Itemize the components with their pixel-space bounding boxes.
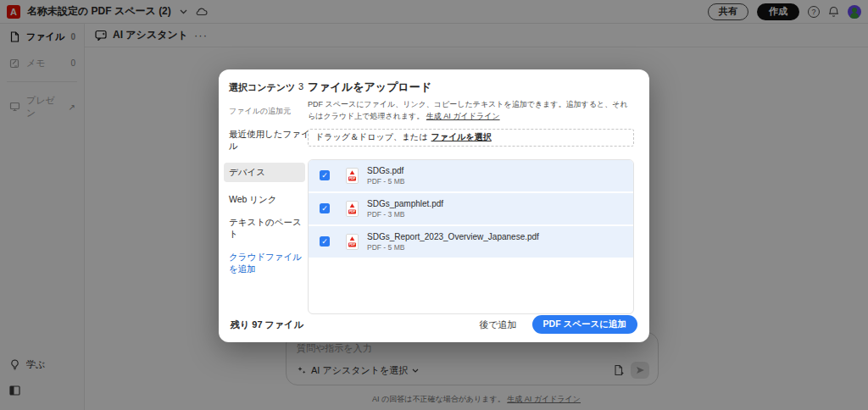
svg-text:PDF: PDF	[349, 210, 356, 213]
file-row[interactable]: ✓ PDF SDGs.pdf PDF - 5 MB	[309, 160, 633, 191]
file-list: ✓ PDF SDGs.pdf PDF - 5 MB ✓ PDF SDGs_pam…	[308, 159, 634, 314]
nav-add-cloud-files[interactable]: クラウドファイルを追加	[229, 251, 310, 274]
selected-content-label: 選択コンテンツ	[229, 81, 295, 94]
file-meta: PDF - 5 MB	[367, 243, 539, 252]
file-checkbox[interactable]: ✓	[320, 170, 330, 180]
pdf-file-icon: PDF	[346, 234, 359, 250]
file-meta: PDF - 5 MB	[367, 177, 404, 186]
file-name: SDGs_pamphlet.pdf	[367, 198, 443, 210]
file-name: SDGs_Report_2023_Overview_Japanese.pdf	[367, 231, 539, 243]
pdf-file-icon: PDF	[346, 201, 359, 217]
modal-description: PDF スペースにファイル、リンク、コピーしたテキストを追加できます。追加すると…	[308, 99, 634, 123]
modal-title: ファイルをアップロード	[308, 80, 634, 95]
remaining-files-label: 残り 97 ファイル	[231, 319, 303, 331]
nav-recent-files[interactable]: 最近使用したファイル	[229, 128, 310, 152]
file-checkbox[interactable]: ✓	[320, 203, 330, 213]
dropzone[interactable]: ドラッグ＆ドロップ、または ファイルを選択	[308, 129, 634, 147]
add-source-label: ファイルの追加元	[229, 106, 310, 117]
modal-footer: 残り 97 ファイル 後で追加 PDF スペースに追加	[219, 307, 649, 342]
pdf-file-icon: PDF	[346, 168, 359, 184]
genai-guidelines-link[interactable]: 生成 AI ガイドライン	[426, 112, 500, 120]
nav-device[interactable]: デバイス	[224, 163, 305, 181]
file-row[interactable]: ✓ PDF SDGs_Report_2023_Overview_Japanese…	[309, 226, 633, 258]
svg-text:PDF: PDF	[349, 243, 356, 247]
nav-paste-text[interactable]: テキストのペースト	[229, 216, 310, 240]
file-name: SDGs.pdf	[367, 165, 404, 177]
file-checkbox[interactable]: ✓	[320, 236, 330, 247]
svg-text:PDF: PDF	[349, 177, 356, 180]
select-files-link[interactable]: ファイルを選択	[431, 131, 492, 143]
upload-files-modal: 選択コンテンツ 3 ファイルの追加元 最近使用したファイル デバイス Web リ…	[219, 69, 649, 342]
add-to-pdf-space-button[interactable]: PDF スペースに追加	[532, 315, 637, 334]
add-later-button[interactable]: 後で追加	[479, 319, 516, 331]
dropzone-text: ドラッグ＆ドロップ、または	[315, 131, 428, 143]
file-row[interactable]: ✓ PDF SDGs_pamphlet.pdf PDF - 3 MB	[309, 193, 633, 224]
selected-content-count: 3	[298, 81, 303, 94]
nav-web-link[interactable]: Web リンク	[229, 193, 310, 205]
file-meta: PDF - 3 MB	[367, 210, 443, 219]
